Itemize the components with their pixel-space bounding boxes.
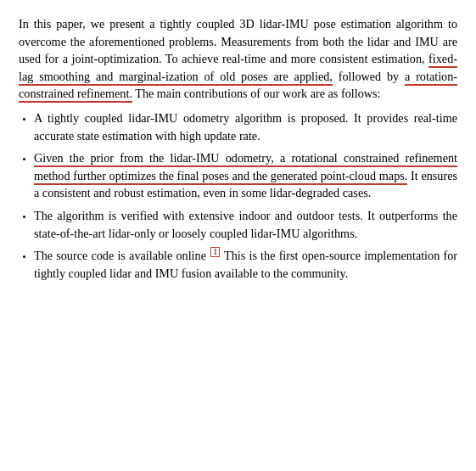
intro-text-3: The main contributions of our work are a… [132, 87, 381, 100]
intro-paragraph: In this paper, we present a tightly coup… [19, 15, 457, 103]
main-content: In this paper, we present a tightly coup… [19, 15, 457, 282]
bullet-4: The source code is available online 1 Th… [34, 247, 457, 282]
bullet-3-text: The algorithm is verified with extensive… [34, 209, 457, 240]
contributions-list: A tightly coupled lidar-IMU odometry alg… [34, 109, 457, 282]
bullet-3: The algorithm is verified with extensive… [34, 207, 457, 242]
bullet-2: Given the prior from the lidar-IMU odome… [34, 149, 457, 202]
intro-text-1: In this paper, we present a tightly coup… [19, 17, 457, 65]
intro-text-2: followed by [333, 70, 405, 83]
bullet-1: A tightly coupled lidar-IMU odometry alg… [34, 109, 457, 144]
bullet-1-text: A tightly coupled lidar-IMU odometry alg… [34, 111, 457, 143]
bullet-4-start: The source code is available online [34, 249, 210, 262]
bullet-2-phrase: Given the prior from the lidar-IMU odome… [34, 151, 457, 185]
footnote-1-ref[interactable]: 1 [210, 247, 220, 257]
